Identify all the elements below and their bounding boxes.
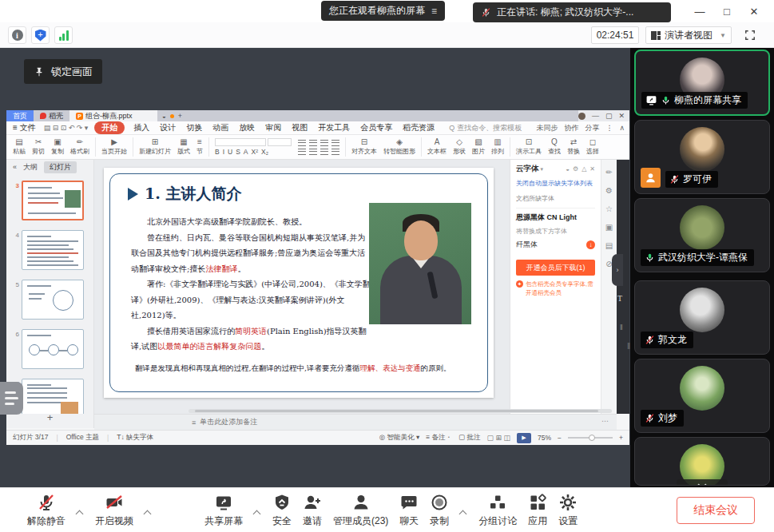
ribbon-查找[interactable]: Q查找 <box>545 138 564 156</box>
align-icon[interactable] <box>309 149 317 155</box>
copy-tool-icon[interactable]: ▣ <box>605 223 613 232</box>
wps-command-search[interactable]: Q 查找命令、搜索模板 <box>449 123 522 133</box>
align-icon[interactable] <box>298 140 306 146</box>
toolbar-apps[interactable]: 应用 <box>528 492 547 528</box>
ribbon-演示工具[interactable]: ⊡演示工具 <box>513 138 545 156</box>
notes-more-icon[interactable]: ⋯ <box>601 417 609 425</box>
toolbar-start-video-expand[interactable] <box>144 510 152 518</box>
lock-view-button[interactable]: 锁定画面 <box>24 59 102 84</box>
ribbon-版式[interactable]: ▦版式 <box>174 138 193 156</box>
toolbar-share-screen[interactable]: 共享屏幕 <box>204 492 243 528</box>
toolbar-invite[interactable]: 邀请 <box>303 492 322 528</box>
wps-close-button[interactable]: ✕ <box>618 112 625 120</box>
panel-comment-icon[interactable]: ◒ <box>566 165 570 173</box>
network-quality-button[interactable] <box>54 26 73 44</box>
watching-screen-banner[interactable]: 您正在观看柳燕的屏幕 ≡ <box>321 1 445 21</box>
library-tool-icon[interactable]: ▤ <box>605 241 613 250</box>
wps-menu-稻壳资源[interactable]: 稻壳资源 <box>401 122 436 133</box>
ribbon-当页开始[interactable]: ▶当页开始 <box>98 138 130 156</box>
panel-settings-icon[interactable]: ⚙ <box>573 165 578 173</box>
screen-layout-icon[interactable]: ≡ <box>431 6 437 17</box>
ribbon-形状[interactable]: ◇形状 <box>450 138 469 156</box>
participant-tile-武汉纺织大学-谭燕保[interactable]: 武汉纺织大学-谭燕保 <box>634 198 770 272</box>
view-mode-icons[interactable]: ▢ ⊞ ◫ <box>486 434 510 442</box>
slide-thumbnail-3[interactable]: 3 <box>10 181 84 220</box>
missing-font-status[interactable]: T↓ 缺失字体 <box>117 433 153 443</box>
zoom-in-button[interactable]: + <box>619 434 623 442</box>
wps-menu-会员专享[interactable]: 会员专享 <box>359 122 394 133</box>
format-I[interactable]: I <box>223 148 224 156</box>
align-icon[interactable] <box>309 140 317 146</box>
format-buttons[interactable]: BIUSAX²X₂ <box>215 148 292 156</box>
font-size-box[interactable] <box>268 138 292 146</box>
edit-tool-icon[interactable]: ✏ <box>605 168 612 177</box>
wps-action-协作[interactable]: 协作 <box>564 123 578 133</box>
ribbon-对齐文本[interactable]: ⊟对齐文本 <box>348 138 380 156</box>
wps-menu-设计[interactable]: 设计 <box>158 122 177 133</box>
minimize-button[interactable]: — <box>686 0 713 22</box>
sidebar-resize-grip[interactable]: ‖ <box>627 342 631 351</box>
wps-menu-动画[interactable]: 动画 <box>211 122 230 133</box>
toolbar-record-expand[interactable] <box>459 510 467 518</box>
panel-bell-icon[interactable]: △ <box>581 165 586 173</box>
panel-close-icon[interactable]: ✕ <box>589 165 595 173</box>
wps-home-tab[interactable]: 首页 <box>6 110 34 121</box>
ribbon-复制[interactable]: ▣复制 <box>48 138 67 156</box>
maximize-button[interactable]: □ <box>713 0 740 22</box>
slide-thumbnail-5[interactable]: 5 <box>10 280 84 320</box>
zoom-slider[interactable] <box>568 437 613 439</box>
slides-tab[interactable]: 幻灯片 <box>44 161 77 173</box>
format-A[interactable]: A <box>244 148 248 156</box>
comments-toggle[interactable]: ▢ 批注 <box>458 433 480 443</box>
ribbon-选择[interactable]: ◻选择 <box>583 138 602 156</box>
panel-grip[interactable]: ‖ <box>620 324 624 332</box>
ribbon-粘贴[interactable]: ▤粘贴 <box>10 138 29 156</box>
close-button[interactable]: ✕ <box>740 0 768 22</box>
notes-bar[interactable]: ≡ 单击此处添加备注 ⋯ <box>94 414 617 430</box>
fullscreen-button[interactable] <box>742 27 758 43</box>
font-name-box[interactable] <box>215 138 266 146</box>
collapse-ribbon-icon[interactable]: ∧ <box>619 124 625 132</box>
wps-minimize-button[interactable]: — <box>592 112 599 120</box>
hide-missing-fonts-link[interactable]: 关闭自动显示缺失字体列表 <box>516 179 595 188</box>
ribbon-排列[interactable]: ▥排列 <box>488 138 507 156</box>
align-icon[interactable] <box>320 140 328 146</box>
wps-docer-tab[interactable]: 稻壳 <box>34 110 69 121</box>
collapse-panel-button[interactable]: « <box>13 163 17 171</box>
ribbon-转智能图形[interactable]: ◈转智能图形 <box>380 138 419 156</box>
toolbar-share-screen-expand[interactable] <box>253 510 261 518</box>
security-shield-button[interactable] <box>31 26 50 44</box>
current-slide[interactable]: 1. 主讲人简介 北京外国语大学高级翻译学院副院长、教授。曾在纽约、日内瓦、曼谷… <box>104 168 494 398</box>
annotation-toolbar-toggle[interactable] <box>0 382 23 415</box>
toolbar-unmute-expand[interactable] <box>76 510 84 518</box>
wps-menu-插入[interactable]: 插入 <box>132 122 151 133</box>
text-tool-icon[interactable]: T <box>617 294 622 303</box>
ribbon-图片[interactable]: ▧图片 <box>469 138 488 156</box>
ribbon-格式刷[interactable]: ✏格式刷 <box>67 138 93 156</box>
theme-name[interactable]: Office 主题 <box>66 433 99 443</box>
ribbon-剪切[interactable]: ✂剪切 <box>29 138 48 156</box>
toolbar-chat[interactable]: 聊天 <box>399 492 419 528</box>
member-download-button[interactable]: 开通会员后下载(1) <box>516 260 595 276</box>
ribbon-节[interactable]: ≡节 <box>193 138 206 156</box>
wps-restore-button[interactable]: ▢ <box>605 112 613 120</box>
format-X₂[interactable]: X₂ <box>261 148 268 156</box>
play-slideshow-button[interactable]: ▶ <box>517 433 531 443</box>
toolbar-security[interactable]: 安全 <box>272 492 292 528</box>
toolbar-settings[interactable]: 设置 <box>558 492 578 528</box>
star-tool-icon[interactable]: ☆ <box>605 204 613 213</box>
meeting-info-button[interactable]: i <box>8 26 26 44</box>
participant-tile-柳燕的屏幕共享[interactable]: 柳燕的屏幕共享 <box>634 50 770 116</box>
outline-tab[interactable]: 大纲 <box>23 162 38 173</box>
wps-menu-切换[interactable]: 切换 <box>185 122 204 133</box>
format-S[interactable]: S <box>236 148 240 156</box>
toolbar-record[interactable]: 录制 <box>430 492 449 528</box>
view-mode-select[interactable]: 演讲者视图 ▼ <box>645 26 732 44</box>
ribbon-新建幻灯片[interactable]: ⊞新建幻灯片 <box>136 138 174 156</box>
participant-tile-more[interactable] <box>634 437 770 486</box>
end-meeting-button[interactable]: 结束会议 <box>677 497 755 524</box>
horizontal-scrollbar[interactable] <box>189 409 612 413</box>
speaking-banner[interactable]: 正在讲话: 柳燕; 武汉纺织大学-... <box>473 2 671 22</box>
quick-access-icons[interactable]: ▤ ⊟ ⊡ ↶ ↷ ▾ <box>44 124 89 132</box>
format-X²[interactable]: X² <box>252 148 259 156</box>
